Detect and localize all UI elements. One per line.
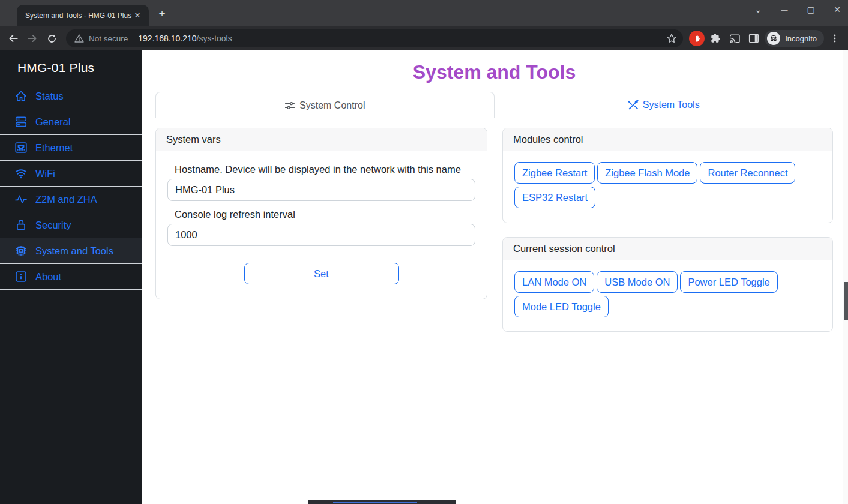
ethernet-icon bbox=[14, 141, 28, 154]
side-panel-icon[interactable] bbox=[745, 30, 762, 47]
warning-triangle-icon bbox=[74, 34, 84, 43]
forward-button[interactable] bbox=[24, 30, 41, 47]
session-buttons: LAN Mode ON USB Mode ON Power LED Toggle… bbox=[514, 271, 821, 319]
back-button[interactable] bbox=[5, 30, 22, 47]
left-column: System vars Hostname. Device will be dis… bbox=[155, 128, 487, 299]
card-body: LAN Mode ON USB Mode ON Power LED Toggle… bbox=[503, 260, 832, 331]
session-control-card: Current session control LAN Mode ON USB … bbox=[502, 237, 833, 332]
tab-label: System Tools bbox=[643, 100, 700, 110]
zigbee-restart-button[interactable]: Zigbee Restart bbox=[514, 162, 595, 184]
sidebar-item-about[interactable]: About bbox=[0, 264, 142, 290]
info-icon bbox=[14, 270, 28, 283]
sidebar-item-label: System and Tools bbox=[35, 245, 113, 257]
sidebar-item-security[interactable]: Security bbox=[0, 212, 142, 238]
card-body: Hostname. Device will be displayed in th… bbox=[156, 151, 487, 299]
wifi-icon bbox=[14, 167, 28, 180]
tools-icon bbox=[628, 100, 639, 110]
sidebar-item-label: Z2M and ZHA bbox=[35, 194, 97, 205]
maximize-button[interactable]: ▢ bbox=[805, 5, 817, 14]
url-text: 192.168.10.210/sys-tools bbox=[138, 34, 661, 43]
sidebar-item-label: WiFi bbox=[35, 168, 55, 179]
menu-kebab-icon[interactable] bbox=[826, 30, 843, 47]
sidebar-item-z2m-zha[interactable]: Z2M and ZHA bbox=[0, 187, 142, 212]
system-vars-card: System vars Hostname. Device will be dis… bbox=[155, 128, 487, 299]
console-peek-text bbox=[333, 502, 417, 503]
home-icon bbox=[14, 89, 28, 103]
set-button-row: Set bbox=[167, 263, 475, 284]
card-title: Current session control bbox=[503, 238, 832, 260]
hostname-label: Hostname. Device will be displayed in th… bbox=[175, 164, 475, 175]
tab-bar: System Control System Tools bbox=[155, 92, 833, 118]
reload-button[interactable] bbox=[43, 30, 60, 47]
esp32-restart-button[interactable]: ESP32 Restart bbox=[514, 187, 595, 208]
sidebar-item-label: Security bbox=[35, 220, 71, 231]
tab-label: System Control bbox=[299, 100, 365, 111]
usb-mode-button[interactable]: USB Mode ON bbox=[597, 271, 678, 293]
tab-close-icon[interactable]: ✕ bbox=[132, 10, 143, 21]
sidebar-item-label: General bbox=[35, 116, 71, 128]
modules-control-card: Modules control Zigbee Restart Zigbee Fl… bbox=[502, 128, 833, 223]
card-body: Zigbee Restart Zigbee Flash Mode Router … bbox=[503, 151, 832, 223]
cast-icon[interactable] bbox=[726, 30, 743, 47]
url-path: /sys-tools bbox=[197, 34, 232, 43]
card-title: System vars bbox=[156, 128, 487, 151]
page-title: System and Tools bbox=[155, 61, 833, 83]
scrollbar-thumb[interactable] bbox=[844, 282, 848, 320]
content-columns: System vars Hostname. Device will be dis… bbox=[155, 128, 833, 332]
mode-led-toggle-button[interactable]: Mode LED Toggle bbox=[514, 296, 609, 317]
sidebar-item-status[interactable]: Status bbox=[0, 83, 142, 109]
page-body: HMG-01 Plus Status General Ethernet WiFi… bbox=[0, 50, 848, 504]
refresh-interval-input[interactable] bbox=[167, 224, 475, 246]
activity-icon bbox=[14, 193, 28, 206]
adblock-hand-icon[interactable] bbox=[689, 31, 705, 46]
lan-mode-button[interactable]: LAN Mode ON bbox=[514, 271, 594, 293]
tab-system-control[interactable]: System Control bbox=[155, 92, 495, 118]
console-peek bbox=[308, 500, 456, 504]
page-scrollbar[interactable] bbox=[843, 50, 848, 504]
browser-window: System and Tools - HMG-01 Plus ✕ + ⌄ — ▢… bbox=[0, 0, 848, 504]
extensions-puzzle-icon[interactable] bbox=[707, 30, 724, 47]
close-window-button[interactable]: ✕ bbox=[831, 5, 843, 14]
sidebar-item-label: About bbox=[35, 271, 61, 283]
tab-system-tools[interactable]: System Tools bbox=[495, 92, 834, 118]
incognito-label: Incognito bbox=[785, 34, 817, 43]
new-tab-button[interactable]: + bbox=[155, 7, 169, 22]
lock-icon bbox=[14, 218, 28, 232]
minimize-button[interactable]: — bbox=[778, 6, 790, 13]
sidebar-item-label: Ethernet bbox=[35, 142, 73, 154]
sidebar-item-ethernet[interactable]: Ethernet bbox=[0, 135, 142, 161]
sidebar-item-general[interactable]: General bbox=[0, 109, 142, 135]
cpu-icon bbox=[14, 244, 28, 257]
main-content: System and Tools System Control System T… bbox=[142, 50, 848, 504]
modules-buttons: Zigbee Restart Zigbee Flash Mode Router … bbox=[514, 162, 821, 209]
set-button[interactable]: Set bbox=[244, 263, 399, 284]
zigbee-flash-mode-button[interactable]: Zigbee Flash Mode bbox=[597, 162, 697, 184]
url-host: 192.168.10.210 bbox=[138, 34, 196, 43]
browser-toolbar: Not secure 192.168.10.210/sys-tools Inco… bbox=[0, 26, 848, 50]
incognito-icon bbox=[767, 32, 780, 45]
sliders-icon bbox=[284, 100, 295, 111]
window-controls: ⌄ — ▢ ✕ bbox=[752, 1, 843, 18]
refresh-interval-label: Console log refresh interval bbox=[175, 209, 475, 220]
right-column: Modules control Zigbee Restart Zigbee Fl… bbox=[502, 128, 833, 332]
router-reconnect-button[interactable]: Router Reconnect bbox=[700, 162, 795, 184]
server-icon bbox=[14, 115, 28, 128]
hostname-input[interactable] bbox=[167, 179, 475, 201]
omnibox-divider bbox=[133, 34, 133, 43]
browser-tabstrip: System and Tools - HMG-01 Plus ✕ + ⌄ — ▢… bbox=[0, 0, 848, 26]
chevron-down-icon[interactable]: ⌄ bbox=[752, 5, 764, 14]
address-bar[interactable]: Not secure 192.168.10.210/sys-tools bbox=[66, 29, 683, 47]
card-title: Modules control bbox=[503, 128, 832, 151]
power-led-toggle-button[interactable]: Power LED Toggle bbox=[680, 271, 777, 293]
sidebar-item-label: Status bbox=[35, 91, 64, 102]
browser-tab[interactable]: System and Tools - HMG-01 Plus ✕ bbox=[17, 5, 149, 26]
incognito-badge[interactable]: Incognito bbox=[765, 30, 824, 47]
sidebar: HMG-01 Plus Status General Ethernet WiFi… bbox=[0, 50, 142, 504]
sidebar-item-system-and-tools[interactable]: System and Tools bbox=[0, 238, 142, 264]
bookmark-star-icon[interactable] bbox=[666, 33, 677, 44]
security-label: Not secure bbox=[89, 34, 128, 43]
tab-title: System and Tools - HMG-01 Plus bbox=[25, 11, 132, 20]
sidebar-brand: HMG-01 Plus bbox=[0, 50, 142, 83]
sidebar-item-wifi[interactable]: WiFi bbox=[0, 161, 142, 187]
